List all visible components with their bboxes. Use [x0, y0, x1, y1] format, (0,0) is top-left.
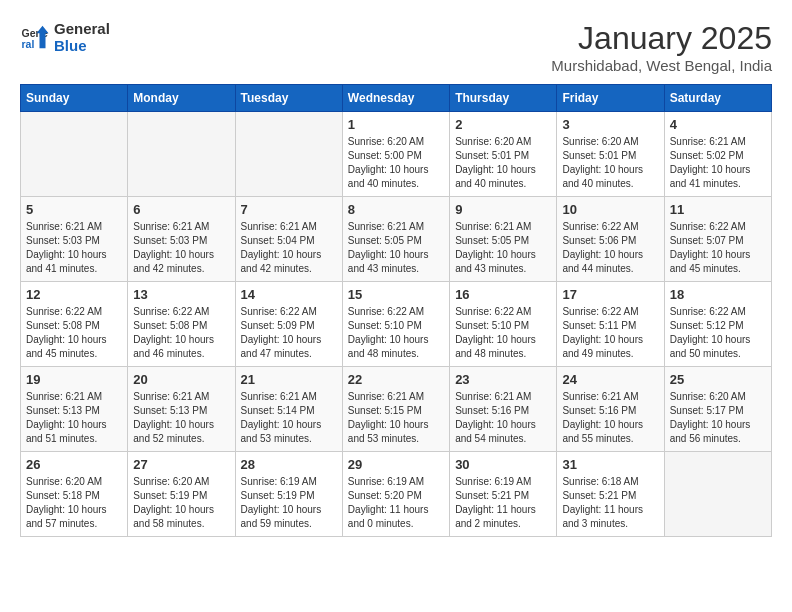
day-info: Sunrise: 6:19 AM Sunset: 5:19 PM Dayligh… — [241, 475, 337, 531]
day-info: Sunrise: 6:22 AM Sunset: 5:11 PM Dayligh… — [562, 305, 658, 361]
day-number: 20 — [133, 372, 229, 387]
calendar-cell: 30Sunrise: 6:19 AM Sunset: 5:21 PM Dayli… — [450, 452, 557, 537]
day-info: Sunrise: 6:22 AM Sunset: 5:07 PM Dayligh… — [670, 220, 766, 276]
day-info: Sunrise: 6:18 AM Sunset: 5:21 PM Dayligh… — [562, 475, 658, 531]
calendar-cell: 6Sunrise: 6:21 AM Sunset: 5:03 PM Daylig… — [128, 197, 235, 282]
day-number: 18 — [670, 287, 766, 302]
day-number: 13 — [133, 287, 229, 302]
day-number: 31 — [562, 457, 658, 472]
calendar-cell: 9Sunrise: 6:21 AM Sunset: 5:05 PM Daylig… — [450, 197, 557, 282]
logo-icon: Gene ral — [20, 22, 50, 52]
calendar-cell: 1Sunrise: 6:20 AM Sunset: 5:00 PM Daylig… — [342, 112, 449, 197]
calendar-cell: 23Sunrise: 6:21 AM Sunset: 5:16 PM Dayli… — [450, 367, 557, 452]
day-info: Sunrise: 6:21 AM Sunset: 5:03 PM Dayligh… — [26, 220, 122, 276]
day-number: 22 — [348, 372, 444, 387]
day-number: 19 — [26, 372, 122, 387]
day-info: Sunrise: 6:21 AM Sunset: 5:13 PM Dayligh… — [26, 390, 122, 446]
week-row-1: 5Sunrise: 6:21 AM Sunset: 5:03 PM Daylig… — [21, 197, 772, 282]
logo-text: General Blue — [54, 20, 110, 54]
day-number: 12 — [26, 287, 122, 302]
calendar-cell: 7Sunrise: 6:21 AM Sunset: 5:04 PM Daylig… — [235, 197, 342, 282]
calendar-cell — [21, 112, 128, 197]
day-info: Sunrise: 6:20 AM Sunset: 5:01 PM Dayligh… — [562, 135, 658, 191]
calendar-body: 1Sunrise: 6:20 AM Sunset: 5:00 PM Daylig… — [21, 112, 772, 537]
calendar-cell: 10Sunrise: 6:22 AM Sunset: 5:06 PM Dayli… — [557, 197, 664, 282]
calendar-cell: 11Sunrise: 6:22 AM Sunset: 5:07 PM Dayli… — [664, 197, 771, 282]
calendar-cell — [235, 112, 342, 197]
day-info: Sunrise: 6:21 AM Sunset: 5:02 PM Dayligh… — [670, 135, 766, 191]
day-number: 2 — [455, 117, 551, 132]
day-info: Sunrise: 6:22 AM Sunset: 5:10 PM Dayligh… — [455, 305, 551, 361]
day-number: 3 — [562, 117, 658, 132]
day-number: 26 — [26, 457, 122, 472]
header-row: SundayMondayTuesdayWednesdayThursdayFrid… — [21, 85, 772, 112]
day-info: Sunrise: 6:20 AM Sunset: 5:00 PM Dayligh… — [348, 135, 444, 191]
day-info: Sunrise: 6:22 AM Sunset: 5:10 PM Dayligh… — [348, 305, 444, 361]
day-info: Sunrise: 6:21 AM Sunset: 5:14 PM Dayligh… — [241, 390, 337, 446]
calendar-cell: 21Sunrise: 6:21 AM Sunset: 5:14 PM Dayli… — [235, 367, 342, 452]
calendar-cell — [128, 112, 235, 197]
calendar-cell: 20Sunrise: 6:21 AM Sunset: 5:13 PM Dayli… — [128, 367, 235, 452]
day-info: Sunrise: 6:20 AM Sunset: 5:19 PM Dayligh… — [133, 475, 229, 531]
calendar-cell: 27Sunrise: 6:20 AM Sunset: 5:19 PM Dayli… — [128, 452, 235, 537]
day-number: 10 — [562, 202, 658, 217]
week-row-3: 19Sunrise: 6:21 AM Sunset: 5:13 PM Dayli… — [21, 367, 772, 452]
calendar-cell: 25Sunrise: 6:20 AM Sunset: 5:17 PM Dayli… — [664, 367, 771, 452]
day-info: Sunrise: 6:21 AM Sunset: 5:05 PM Dayligh… — [348, 220, 444, 276]
day-info: Sunrise: 6:21 AM Sunset: 5:05 PM Dayligh… — [455, 220, 551, 276]
day-info: Sunrise: 6:21 AM Sunset: 5:13 PM Dayligh… — [133, 390, 229, 446]
month-title: January 2025 — [551, 20, 772, 57]
day-number: 17 — [562, 287, 658, 302]
calendar-cell: 24Sunrise: 6:21 AM Sunset: 5:16 PM Dayli… — [557, 367, 664, 452]
day-info: Sunrise: 6:19 AM Sunset: 5:21 PM Dayligh… — [455, 475, 551, 531]
day-number: 28 — [241, 457, 337, 472]
calendar-cell: 8Sunrise: 6:21 AM Sunset: 5:05 PM Daylig… — [342, 197, 449, 282]
day-info: Sunrise: 6:22 AM Sunset: 5:06 PM Dayligh… — [562, 220, 658, 276]
day-info: Sunrise: 6:22 AM Sunset: 5:12 PM Dayligh… — [670, 305, 766, 361]
day-number: 11 — [670, 202, 766, 217]
day-info: Sunrise: 6:19 AM Sunset: 5:20 PM Dayligh… — [348, 475, 444, 531]
day-info: Sunrise: 6:21 AM Sunset: 5:03 PM Dayligh… — [133, 220, 229, 276]
day-info: Sunrise: 6:21 AM Sunset: 5:04 PM Dayligh… — [241, 220, 337, 276]
calendar-cell — [664, 452, 771, 537]
day-number: 15 — [348, 287, 444, 302]
day-number: 9 — [455, 202, 551, 217]
day-number: 7 — [241, 202, 337, 217]
calendar-cell: 18Sunrise: 6:22 AM Sunset: 5:12 PM Dayli… — [664, 282, 771, 367]
header-cell-saturday: Saturday — [664, 85, 771, 112]
header-cell-thursday: Thursday — [450, 85, 557, 112]
calendar-cell: 13Sunrise: 6:22 AM Sunset: 5:08 PM Dayli… — [128, 282, 235, 367]
header-cell-monday: Monday — [128, 85, 235, 112]
calendar-cell: 15Sunrise: 6:22 AM Sunset: 5:10 PM Dayli… — [342, 282, 449, 367]
week-row-4: 26Sunrise: 6:20 AM Sunset: 5:18 PM Dayli… — [21, 452, 772, 537]
week-row-0: 1Sunrise: 6:20 AM Sunset: 5:00 PM Daylig… — [21, 112, 772, 197]
day-number: 16 — [455, 287, 551, 302]
day-number: 21 — [241, 372, 337, 387]
calendar-table: SundayMondayTuesdayWednesdayThursdayFrid… — [20, 84, 772, 537]
header-cell-wednesday: Wednesday — [342, 85, 449, 112]
day-number: 27 — [133, 457, 229, 472]
calendar-cell: 4Sunrise: 6:21 AM Sunset: 5:02 PM Daylig… — [664, 112, 771, 197]
day-number: 1 — [348, 117, 444, 132]
header-cell-friday: Friday — [557, 85, 664, 112]
day-info: Sunrise: 6:21 AM Sunset: 5:15 PM Dayligh… — [348, 390, 444, 446]
day-info: Sunrise: 6:20 AM Sunset: 5:18 PM Dayligh… — [26, 475, 122, 531]
calendar-cell: 3Sunrise: 6:20 AM Sunset: 5:01 PM Daylig… — [557, 112, 664, 197]
day-number: 25 — [670, 372, 766, 387]
day-info: Sunrise: 6:21 AM Sunset: 5:16 PM Dayligh… — [562, 390, 658, 446]
day-number: 5 — [26, 202, 122, 217]
calendar-cell: 14Sunrise: 6:22 AM Sunset: 5:09 PM Dayli… — [235, 282, 342, 367]
day-info: Sunrise: 6:20 AM Sunset: 5:01 PM Dayligh… — [455, 135, 551, 191]
calendar-cell: 31Sunrise: 6:18 AM Sunset: 5:21 PM Dayli… — [557, 452, 664, 537]
day-number: 6 — [133, 202, 229, 217]
day-number: 29 — [348, 457, 444, 472]
day-info: Sunrise: 6:22 AM Sunset: 5:09 PM Dayligh… — [241, 305, 337, 361]
day-number: 8 — [348, 202, 444, 217]
day-number: 30 — [455, 457, 551, 472]
week-row-2: 12Sunrise: 6:22 AM Sunset: 5:08 PM Dayli… — [21, 282, 772, 367]
day-number: 14 — [241, 287, 337, 302]
day-number: 4 — [670, 117, 766, 132]
title-block: January 2025 Murshidabad, West Bengal, I… — [551, 20, 772, 74]
day-number: 23 — [455, 372, 551, 387]
calendar-cell: 16Sunrise: 6:22 AM Sunset: 5:10 PM Dayli… — [450, 282, 557, 367]
